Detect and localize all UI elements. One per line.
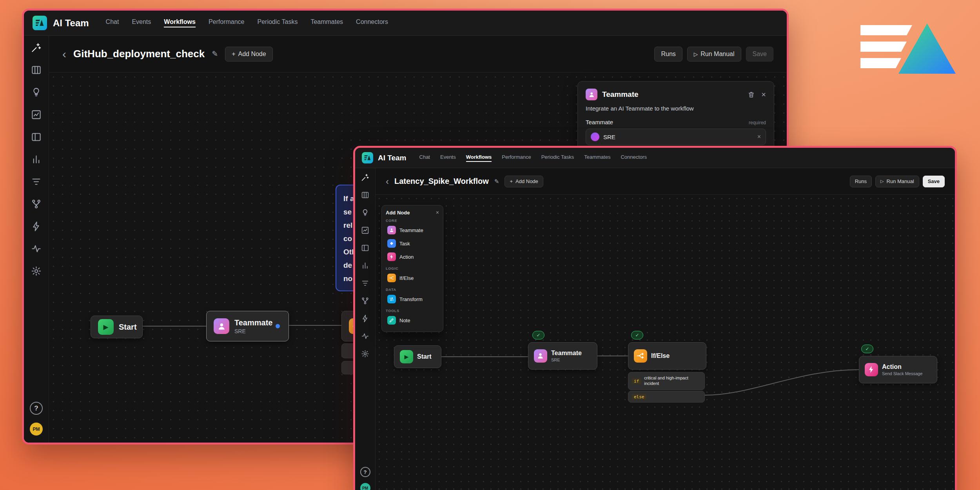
clear-selection-icon[interactable]: × — [757, 133, 761, 140]
tool-sidebar: ? PM — [24, 36, 49, 443]
nav-connectors[interactable]: Connectors — [621, 154, 646, 162]
teammate-node[interactable]: Teammate SRE — [528, 342, 597, 370]
teammate-node-label: Teammate — [234, 318, 272, 327]
flow-icon[interactable] — [361, 297, 369, 305]
runs-button[interactable]: Runs — [850, 176, 872, 187]
run-manual-button[interactable]: ▷ Run Manual — [875, 176, 919, 187]
menu-item-teammate[interactable]: Teammate — [386, 223, 439, 237]
panel-description: Integrate an AI Teammate to the workflow — [586, 105, 766, 112]
wand-icon[interactable] — [31, 42, 42, 53]
app-logo[interactable] — [33, 16, 47, 30]
menu-section-data: DATA — [386, 288, 439, 292]
teammate-icon — [387, 226, 396, 234]
user-avatar[interactable]: PM — [30, 423, 43, 436]
board-icon[interactable] — [361, 191, 369, 199]
help-button[interactable]: ? — [30, 402, 43, 415]
layout-icon[interactable] — [31, 132, 42, 142]
menu-item-note[interactable]: Note — [386, 314, 439, 327]
bolt-icon[interactable] — [31, 221, 42, 232]
user-avatar[interactable]: PM — [360, 483, 370, 490]
add-node-button[interactable]: + Add Node — [225, 47, 273, 62]
trash-icon[interactable] — [748, 91, 755, 98]
brand-logo — [860, 20, 956, 82]
nav-performance[interactable]: Performance — [502, 154, 531, 162]
nav-workflows[interactable]: Workflows — [466, 154, 492, 162]
close-icon[interactable]: × — [761, 90, 766, 99]
save-button[interactable]: Save — [923, 176, 945, 187]
bolt-icon[interactable] — [361, 314, 369, 323]
edge-connector — [441, 356, 528, 357]
bar-chart-icon[interactable] — [31, 154, 42, 165]
back-button[interactable]: ‹ — [62, 48, 66, 60]
workflow-canvas[interactable]: ▶ Start ✓ Teammate SRE ✓ If/Else — [376, 195, 955, 490]
menu-item-task[interactable]: Task — [386, 237, 439, 250]
menu-item-action[interactable]: Action — [386, 250, 439, 263]
top-bar: AI Team Chat Events Workflows Performanc… — [24, 11, 787, 36]
play-icon: ▶ — [98, 319, 114, 335]
nav-chat[interactable]: Chat — [106, 18, 119, 27]
menu-item-label: If/Else — [399, 275, 414, 281]
run-icon: ▷ — [694, 51, 698, 57]
bar-chart-icon[interactable] — [361, 261, 369, 270]
ifelse-icon — [634, 349, 647, 363]
note-pencil-icon — [387, 316, 396, 325]
action-node[interactable]: Action Send Slack Message — [859, 356, 937, 383]
sidebar-bottom: ? PM — [30, 402, 43, 436]
gear-icon[interactable] — [31, 266, 42, 276]
panel-actions: × — [748, 90, 766, 99]
ifelse-node[interactable]: If/Else — [628, 342, 706, 370]
save-button[interactable]: Save — [746, 47, 773, 62]
help-button[interactable]: ? — [360, 467, 370, 477]
nav-workflows[interactable]: Workflows — [164, 18, 196, 27]
run-manual-label: Run Manual — [701, 51, 734, 58]
filter-icon[interactable] — [361, 279, 369, 287]
nav-chat[interactable]: Chat — [419, 154, 430, 162]
teammate-node[interactable]: Teammate SRE — [206, 311, 289, 341]
nav-events[interactable]: Events — [440, 154, 456, 162]
pulse-icon[interactable] — [361, 332, 369, 340]
workflow-header: ‹ Latency_Spike_Workflow ✎ + Add Node Ru… — [376, 168, 955, 195]
nav-periodic-tasks[interactable]: Periodic Tasks — [258, 18, 298, 27]
nav-performance[interactable]: Performance — [209, 18, 245, 27]
app-logo-icon — [363, 154, 372, 162]
start-node-label: Start — [417, 353, 431, 360]
chart-icon[interactable] — [361, 226, 369, 234]
start-node[interactable]: ▶ Start — [394, 345, 441, 368]
main-nav: Chat Events Workflows Performance Period… — [106, 18, 388, 27]
close-icon[interactable]: × — [436, 209, 439, 216]
desktop-background: AI Team Chat Events Workflows Performanc… — [0, 0, 980, 490]
pulse-icon[interactable] — [31, 243, 42, 254]
nav-connectors[interactable]: Connectors — [356, 18, 388, 27]
runs-button[interactable]: Runs — [654, 47, 682, 62]
wand-icon[interactable] — [361, 173, 369, 181]
else-branch[interactable]: else — [628, 391, 705, 403]
board-icon[interactable] — [31, 65, 42, 75]
edit-title-icon[interactable]: ✎ — [212, 49, 218, 58]
menu-item-ifelse[interactable]: If/Else — [386, 271, 439, 285]
teammate-select[interactable]: SRE × — [586, 129, 766, 145]
chart-icon[interactable] — [31, 109, 42, 120]
gear-icon[interactable] — [361, 350, 369, 358]
connection-handle[interactable] — [276, 324, 280, 328]
nav-teammates[interactable]: Teammates — [584, 154, 610, 162]
menu-section-core: CORE — [386, 219, 439, 223]
start-node[interactable]: ▶ Start — [91, 316, 143, 338]
menu-item-transform[interactable]: Transform — [386, 292, 439, 306]
bulb-icon[interactable] — [31, 87, 42, 98]
back-button[interactable]: ‹ — [386, 177, 389, 186]
nav-teammates[interactable]: Teammates — [310, 18, 343, 27]
layout-icon[interactable] — [361, 244, 369, 252]
panel-title: Teammate — [602, 90, 743, 99]
nav-events[interactable]: Events — [132, 18, 151, 27]
teammate-node-text: Teammate SRE — [234, 318, 272, 334]
add-node-button[interactable]: + Add Node — [505, 176, 543, 187]
edit-title-icon[interactable]: ✎ — [494, 178, 499, 185]
app-logo[interactable] — [362, 152, 373, 163]
ifelse-icon — [387, 274, 396, 282]
nav-periodic-tasks[interactable]: Periodic Tasks — [541, 154, 574, 162]
flow-icon[interactable] — [31, 199, 42, 209]
run-manual-button[interactable]: ▷ Run Manual — [687, 47, 741, 62]
if-branch[interactable]: if critical and high-impact incident — [628, 372, 705, 390]
filter-icon[interactable] — [31, 176, 42, 187]
bulb-icon[interactable] — [361, 209, 369, 217]
